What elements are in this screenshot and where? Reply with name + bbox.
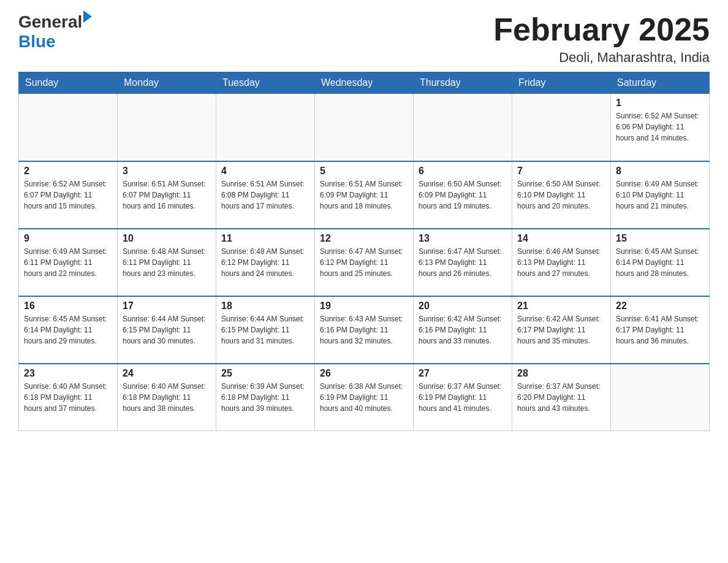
day-number: 17: [123, 301, 211, 312]
logo: General Blue: [18, 12, 92, 52]
day-info: Sunrise: 6:40 AM Sunset: 6:18 PM Dayligh…: [123, 381, 211, 414]
day-info: Sunrise: 6:37 AM Sunset: 6:19 PM Dayligh…: [419, 381, 507, 414]
calendar-day-cell: 4Sunrise: 6:51 AM Sunset: 6:08 PM Daylig…: [216, 161, 315, 229]
calendar-day-cell: 20Sunrise: 6:42 AM Sunset: 6:16 PM Dayli…: [414, 296, 512, 364]
day-number: 28: [517, 368, 605, 379]
day-info: Sunrise: 6:38 AM Sunset: 6:19 PM Dayligh…: [320, 381, 408, 414]
page-header: General Blue February 2025 Deoli, Mahara…: [18, 12, 710, 66]
calendar-day-cell: 6Sunrise: 6:50 AM Sunset: 6:09 PM Daylig…: [414, 161, 512, 229]
calendar-day-cell: 9Sunrise: 6:49 AM Sunset: 6:11 PM Daylig…: [19, 229, 118, 296]
day-number: 7: [517, 166, 605, 177]
day-info: Sunrise: 6:49 AM Sunset: 6:11 PM Dayligh…: [24, 246, 112, 279]
calendar-week-row: 23Sunrise: 6:40 AM Sunset: 6:18 PM Dayli…: [19, 364, 710, 431]
calendar-day-cell: [414, 94, 512, 161]
day-number: 4: [221, 166, 309, 177]
day-info: Sunrise: 6:46 AM Sunset: 6:13 PM Dayligh…: [517, 246, 605, 279]
calendar-day-cell: 23Sunrise: 6:40 AM Sunset: 6:18 PM Dayli…: [19, 364, 118, 431]
calendar-day-cell: [118, 94, 216, 161]
day-info: Sunrise: 6:51 AM Sunset: 6:08 PM Dayligh…: [221, 178, 309, 212]
day-info: Sunrise: 6:44 AM Sunset: 6:15 PM Dayligh…: [123, 313, 211, 347]
calendar-day-cell: 2Sunrise: 6:52 AM Sunset: 6:07 PM Daylig…: [19, 161, 118, 229]
logo-blue: Blue: [18, 32, 92, 52]
calendar-day-cell: 12Sunrise: 6:47 AM Sunset: 6:12 PM Dayli…: [315, 229, 414, 296]
title-section: February 2025 Deoli, Maharashtra, India: [493, 12, 710, 66]
calendar-day-cell: 15Sunrise: 6:45 AM Sunset: 6:14 PM Dayli…: [611, 229, 710, 296]
logo-arrow-icon: [83, 10, 92, 23]
calendar-week-row: 1Sunrise: 6:52 AM Sunset: 6:06 PM Daylig…: [19, 94, 710, 161]
day-number: 23: [24, 368, 112, 379]
calendar-day-cell: 8Sunrise: 6:49 AM Sunset: 6:10 PM Daylig…: [611, 161, 710, 229]
day-info: Sunrise: 6:37 AM Sunset: 6:20 PM Dayligh…: [517, 381, 605, 414]
day-info: Sunrise: 6:52 AM Sunset: 6:06 PM Dayligh…: [616, 110, 704, 144]
calendar-day-cell: 10Sunrise: 6:48 AM Sunset: 6:11 PM Dayli…: [118, 229, 216, 296]
calendar-day-cell: 19Sunrise: 6:43 AM Sunset: 6:16 PM Dayli…: [315, 296, 414, 364]
day-number: 15: [616, 233, 704, 244]
day-info: Sunrise: 6:51 AM Sunset: 6:09 PM Dayligh…: [320, 178, 408, 212]
calendar-day-cell: 24Sunrise: 6:40 AM Sunset: 6:18 PM Dayli…: [118, 364, 216, 431]
calendar-day-cell: 16Sunrise: 6:45 AM Sunset: 6:14 PM Dayli…: [19, 296, 118, 364]
calendar-day-cell: 13Sunrise: 6:47 AM Sunset: 6:13 PM Dayli…: [414, 229, 512, 296]
day-info: Sunrise: 6:45 AM Sunset: 6:14 PM Dayligh…: [616, 246, 704, 279]
day-info: Sunrise: 6:42 AM Sunset: 6:16 PM Dayligh…: [419, 313, 507, 347]
day-number: 19: [320, 301, 408, 312]
day-number: 22: [616, 301, 704, 312]
day-number: 8: [616, 166, 704, 177]
day-number: 18: [221, 301, 309, 312]
day-number: 1: [616, 98, 704, 109]
calendar-day-cell: 26Sunrise: 6:38 AM Sunset: 6:19 PM Dayli…: [315, 364, 414, 431]
weekday-header-sunday: Sunday: [19, 72, 118, 94]
day-number: 11: [221, 233, 309, 244]
weekday-header-tuesday: Tuesday: [216, 72, 315, 94]
weekday-header-thursday: Thursday: [414, 72, 512, 94]
calendar-day-cell: 27Sunrise: 6:37 AM Sunset: 6:19 PM Dayli…: [414, 364, 512, 431]
day-number: 12: [320, 233, 408, 244]
day-info: Sunrise: 6:51 AM Sunset: 6:07 PM Dayligh…: [123, 178, 211, 212]
day-info: Sunrise: 6:50 AM Sunset: 6:09 PM Dayligh…: [419, 178, 507, 212]
calendar-day-cell: 17Sunrise: 6:44 AM Sunset: 6:15 PM Dayli…: [118, 296, 216, 364]
day-info: Sunrise: 6:40 AM Sunset: 6:18 PM Dayligh…: [24, 381, 112, 414]
day-info: Sunrise: 6:47 AM Sunset: 6:13 PM Dayligh…: [419, 246, 507, 279]
day-info: Sunrise: 6:41 AM Sunset: 6:17 PM Dayligh…: [616, 313, 704, 347]
day-info: Sunrise: 6:42 AM Sunset: 6:17 PM Dayligh…: [517, 313, 605, 347]
day-number: 13: [419, 233, 507, 244]
calendar-day-cell: 28Sunrise: 6:37 AM Sunset: 6:20 PM Dayli…: [512, 364, 611, 431]
calendar-day-cell: 3Sunrise: 6:51 AM Sunset: 6:07 PM Daylig…: [118, 161, 216, 229]
day-info: Sunrise: 6:48 AM Sunset: 6:12 PM Dayligh…: [221, 246, 309, 279]
weekday-header-wednesday: Wednesday: [315, 72, 414, 94]
day-info: Sunrise: 6:43 AM Sunset: 6:16 PM Dayligh…: [320, 313, 408, 347]
calendar-day-cell: 14Sunrise: 6:46 AM Sunset: 6:13 PM Dayli…: [512, 229, 611, 296]
day-info: Sunrise: 6:47 AM Sunset: 6:12 PM Dayligh…: [320, 246, 408, 279]
calendar-day-cell: 21Sunrise: 6:42 AM Sunset: 6:17 PM Dayli…: [512, 296, 611, 364]
day-number: 24: [123, 368, 211, 379]
calendar-day-cell: 25Sunrise: 6:39 AM Sunset: 6:18 PM Dayli…: [216, 364, 315, 431]
location-label: Deoli, Maharashtra, India: [493, 50, 710, 66]
day-number: 9: [24, 233, 112, 244]
calendar-week-row: 9Sunrise: 6:49 AM Sunset: 6:11 PM Daylig…: [19, 229, 710, 296]
day-number: 2: [24, 166, 112, 177]
day-info: Sunrise: 6:39 AM Sunset: 6:18 PM Dayligh…: [221, 381, 309, 414]
calendar-day-cell: [611, 364, 710, 431]
day-number: 20: [419, 301, 507, 312]
day-info: Sunrise: 6:50 AM Sunset: 6:10 PM Dayligh…: [517, 178, 605, 212]
calendar-week-row: 2Sunrise: 6:52 AM Sunset: 6:07 PM Daylig…: [19, 161, 710, 229]
day-number: 3: [123, 166, 211, 177]
day-number: 25: [221, 368, 309, 379]
calendar-day-cell: 7Sunrise: 6:50 AM Sunset: 6:10 PM Daylig…: [512, 161, 611, 229]
calendar-day-cell: 18Sunrise: 6:44 AM Sunset: 6:15 PM Dayli…: [216, 296, 315, 364]
calendar-day-cell: [315, 94, 414, 161]
day-number: 14: [517, 233, 605, 244]
calendar-day-cell: [512, 94, 611, 161]
day-number: 16: [24, 301, 112, 312]
calendar-day-cell: 1Sunrise: 6:52 AM Sunset: 6:06 PM Daylig…: [611, 94, 710, 161]
weekday-header-friday: Friday: [512, 72, 611, 94]
logo-general: General: [18, 12, 82, 32]
calendar-day-cell: [216, 94, 315, 161]
month-year-title: February 2025: [493, 12, 710, 47]
calendar-header-row: SundayMondayTuesdayWednesdayThursdayFrid…: [19, 72, 710, 94]
day-number: 10: [123, 233, 211, 244]
weekday-header-monday: Monday: [118, 72, 216, 94]
calendar-day-cell: 11Sunrise: 6:48 AM Sunset: 6:12 PM Dayli…: [216, 229, 315, 296]
day-info: Sunrise: 6:45 AM Sunset: 6:14 PM Dayligh…: [24, 313, 112, 347]
weekday-header-saturday: Saturday: [611, 72, 710, 94]
day-info: Sunrise: 6:49 AM Sunset: 6:10 PM Dayligh…: [616, 178, 704, 212]
